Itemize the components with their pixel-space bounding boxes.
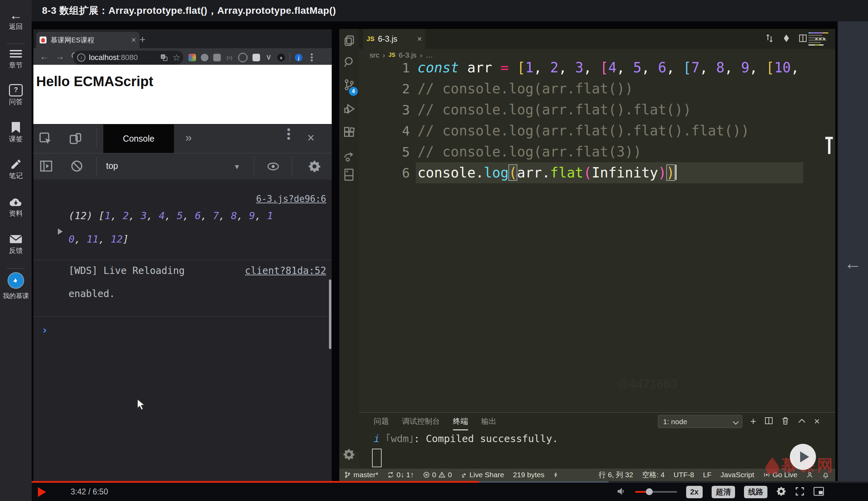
- player-settings-gear-icon[interactable]: [776, 487, 786, 498]
- file-size-status: 219 bytes: [513, 471, 544, 479]
- profile-avatar[interactable]: j: [295, 54, 302, 61]
- sidebar-item-materials[interactable]: 资料: [0, 195, 32, 218]
- playback-speed-button[interactable]: 2x: [686, 486, 703, 498]
- cursor-position-status[interactable]: 行 6, 列 32: [599, 470, 633, 480]
- console-source-link[interactable]: 6-3.js?de96:6: [256, 194, 327, 204]
- panel-tab-terminal[interactable]: 终端: [453, 416, 468, 430]
- bolt-icon[interactable]: [553, 471, 559, 479]
- git-branch-status[interactable]: master*: [344, 471, 378, 479]
- address-bar[interactable]: i localhost:8080 a ☆: [73, 51, 183, 64]
- bookmark-star-icon[interactable]: ☆: [173, 52, 180, 63]
- sidebar-item-feedback[interactable]: 反馈: [0, 232, 32, 255]
- new-terminal-icon[interactable]: +: [750, 416, 756, 427]
- context-dropdown-icon[interactable]: ▼: [234, 163, 240, 171]
- play-button[interactable]: [38, 487, 46, 497]
- extension-gear-icon[interactable]: [201, 54, 208, 61]
- manage-gear-icon[interactable]: [343, 449, 355, 461]
- new-tab-icon[interactable]: +: [140, 33, 146, 46]
- console-scrollbar[interactable]: [329, 279, 331, 349]
- extension-octopus-icon[interactable]: [213, 54, 221, 61]
- devtools-tab-console[interactable]: Console: [103, 124, 174, 153]
- sidebar-item-bookmark[interactable]: 课签: [0, 121, 32, 144]
- sync-icon: [387, 471, 394, 478]
- encoding-status[interactable]: UTF-8: [674, 471, 694, 479]
- console-prompt-chevron[interactable]: ›: [41, 324, 48, 337]
- maximize-panel-icon[interactable]: [798, 418, 806, 425]
- back-nav-icon[interactable]: ←: [40, 48, 49, 65]
- video-watermark: @4471663: [617, 377, 677, 391]
- status-bar: master* 0↓ 1↑ 0 0 Live Share 219 bytes: [339, 469, 835, 481]
- browser-tab-title: 慕课网ES课程: [51, 35, 94, 45]
- split-terminal-icon[interactable]: [765, 417, 773, 426]
- console-array-line1[interactable]: (12) [1, 2, 3, 4, 5, 6, 7, 8, 9, 1: [69, 210, 273, 222]
- tab-close-icon[interactable]: ×: [131, 35, 136, 45]
- live-share-icon[interactable]: [343, 150, 355, 163]
- extension-color-icon[interactable]: [188, 54, 196, 61]
- volume-slider[interactable]: [635, 491, 677, 493]
- extension-ring-icon[interactable]: [238, 53, 248, 62]
- device-toolbar-icon[interactable]: [69, 132, 82, 147]
- diamond-icon[interactable]: [782, 34, 791, 44]
- site-info-icon[interactable]: i: [77, 53, 85, 62]
- inspect-element-icon[interactable]: [39, 132, 53, 147]
- translate-icon[interactable]: a: [160, 54, 168, 61]
- search-icon[interactable]: [343, 56, 355, 68]
- run-debug-icon[interactable]: [343, 103, 355, 115]
- route-button[interactable]: 线路: [744, 486, 767, 498]
- explorer-icon[interactable]: [343, 34, 355, 47]
- compare-changes-icon[interactable]: [765, 33, 774, 44]
- extension-v-icon[interactable]: V: [265, 54, 272, 61]
- chrome-menu-icon[interactable]: •••: [307, 53, 316, 62]
- terminal-shell-select[interactable]: 1: node: [658, 415, 742, 428]
- panel-tab-debug-console[interactable]: 调试控制台: [402, 416, 440, 430]
- problems-status[interactable]: 0 0: [423, 471, 452, 479]
- extensions-icon[interactable]: [343, 126, 355, 139]
- extension-braces-icon[interactable]: {≡}: [226, 54, 233, 61]
- language-status[interactable]: JavaScript: [721, 471, 754, 479]
- notebook-icon[interactable]: [343, 168, 355, 181]
- activity-bar: 4: [339, 29, 359, 452]
- console-sidebar-icon[interactable]: [40, 160, 53, 174]
- split-editor-icon[interactable]: [798, 34, 807, 44]
- sidebar-item-qa[interactable]: ? 问答: [0, 83, 32, 106]
- clear-console-icon[interactable]: [70, 160, 83, 174]
- fullscreen-icon[interactable]: [795, 487, 805, 498]
- devtools-menu-icon[interactable]: •••: [283, 128, 294, 141]
- pip-icon[interactable]: [814, 487, 824, 497]
- code-editor[interactable]: 1 const arr = [1, 2, 3, [4, 5, 6, [7, 8,…: [359, 57, 835, 412]
- quality-button[interactable]: 超清: [712, 486, 735, 498]
- sync-status[interactable]: 0↓ 1↑: [387, 471, 414, 479]
- back-button[interactable]: ← 返回: [0, 8, 32, 31]
- feedback-mail-icon: [0, 232, 32, 246]
- live-share-status[interactable]: Live Share: [461, 471, 504, 479]
- expand-left-arrow-icon[interactable]: ←: [838, 253, 868, 274]
- kill-terminal-trash-icon[interactable]: [781, 416, 789, 427]
- expand-array-icon[interactable]: [58, 228, 63, 235]
- panel-tab-output[interactable]: 输出: [481, 416, 496, 430]
- wds-source-link[interactable]: client?81da:52: [245, 265, 326, 276]
- forward-nav-icon[interactable]: →: [55, 48, 64, 65]
- browser-tab[interactable]: 慕课网ES课程 ×: [36, 32, 140, 48]
- volume-icon[interactable]: [616, 486, 626, 498]
- filter-eye-icon[interactable]: [267, 160, 279, 174]
- extension-x-icon[interactable]: x: [277, 54, 285, 61]
- indentation-status[interactable]: 空格: 4: [642, 470, 664, 480]
- sidebar-item-chapters[interactable]: 章节: [0, 47, 32, 70]
- minimap[interactable]: [808, 31, 830, 63]
- devtools-close-icon[interactable]: ×: [307, 131, 314, 145]
- editor-tab-6-3-js[interactable]: JS 6-3.js ×: [363, 29, 425, 49]
- editor-tab-close-icon[interactable]: ×: [417, 34, 422, 44]
- devtools-settings-gear-icon[interactable]: [308, 160, 321, 174]
- sidebar-item-notes[interactable]: 笔记: [0, 157, 32, 181]
- panel-tab-problems[interactable]: 问题: [374, 416, 389, 430]
- volume-knob[interactable]: [646, 488, 653, 495]
- sidebar-item-my-imooc[interactable]: 我的慕课: [0, 272, 32, 300]
- console-divider: [33, 316, 332, 317]
- context-selector[interactable]: top: [106, 161, 118, 171]
- line-number: 5: [359, 144, 410, 160]
- close-panel-icon[interactable]: ×: [814, 416, 820, 427]
- play-overlay-button[interactable]: [790, 444, 816, 470]
- eol-status[interactable]: LF: [703, 471, 712, 479]
- more-tabs-icon[interactable]: »: [185, 131, 192, 144]
- extension-box-icon[interactable]: [252, 54, 260, 61]
